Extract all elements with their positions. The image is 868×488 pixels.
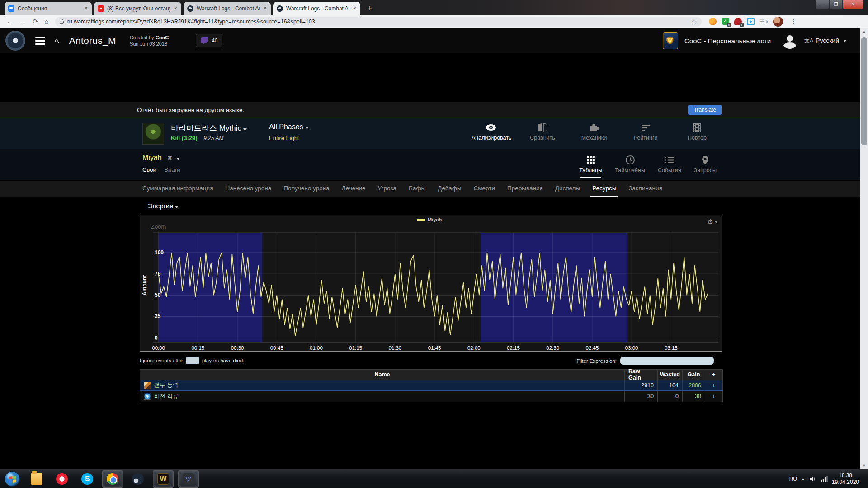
search-icon[interactable]: ⌕ <box>54 36 59 46</box>
deaths-count-input[interactable] <box>186 357 199 364</box>
expand-row-button[interactable]: + <box>705 391 723 402</box>
enemies-toggle[interactable]: Враги <box>164 166 180 173</box>
volume-icon[interactable] <box>809 476 816 482</box>
browser-menu-icon[interactable]: ⋮ <box>791 18 797 25</box>
remove-player-icon[interactable]: ✖ <box>167 155 172 161</box>
boss-selector[interactable]: 바리마트라스 Mythic <box>171 123 247 133</box>
opera-glyph <box>56 473 68 485</box>
warcraftlogs-logo-icon[interactable] <box>5 31 25 51</box>
scroll-down-icon[interactable]: ▼ <box>860 462 868 469</box>
twitch-badge[interactable]: 40 <box>196 34 222 47</box>
taskbar-clock[interactable]: 18:38 19.04.2020 <box>832 472 865 486</box>
tab-close-icon[interactable]: ✕ <box>263 5 267 11</box>
analyze-nav-item-1[interactable]: Сравнить <box>523 122 562 141</box>
col-gain[interactable]: Gain <box>683 370 705 380</box>
resource-dropdown[interactable]: Энергия <box>148 202 179 210</box>
subtab-7[interactable]: Смерти <box>474 181 495 197</box>
browser-tab-0[interactable]: Сообщения✕ <box>5 2 92 15</box>
playlist-icon[interactable]: ☰♪ <box>760 18 769 25</box>
browser-tab-3[interactable]: Warcraft Logs - Combat Analysis✕ <box>273 2 360 15</box>
analyze-nav-item-4[interactable]: Повтор <box>678 122 717 141</box>
user-avatar[interactable] <box>782 33 798 49</box>
chart-settings[interactable]: ⚙ <box>708 218 718 226</box>
subtab-1[interactable]: Нанесено урона <box>225 181 271 197</box>
analyze-nav-item-2[interactable]: Механики <box>575 122 613 141</box>
bookmark-star-icon[interactable]: ☆ <box>691 18 697 25</box>
view-tab-1[interactable]: Таймлайны <box>615 155 645 178</box>
report-title[interactable]: Antorus_M <box>69 35 116 46</box>
nav-label: События <box>658 167 681 174</box>
spell-name[interactable]: 비전 격류 <box>154 393 178 400</box>
taskbar-skype-icon[interactable]: S <box>77 470 98 488</box>
analyze-nav-item-3[interactable]: Рейтинги <box>626 122 665 141</box>
boss-portrait[interactable] <box>142 123 164 145</box>
view-tab-2[interactable]: События <box>658 155 681 178</box>
taskbar-opera-icon[interactable] <box>52 470 72 488</box>
subtab-8[interactable]: Прерывания <box>507 181 543 197</box>
col-raw-gain[interactable]: Raw Gain <box>625 370 658 380</box>
video-extension-icon[interactable] <box>747 18 755 25</box>
user-menu[interactable]: CooC - Персональные логи <box>684 37 771 45</box>
adblock-extension-icon[interactable] <box>722 18 729 25</box>
subtab-9[interactable]: Диспелы <box>555 181 580 197</box>
taskbar-wow-icon[interactable]: W <box>153 470 174 488</box>
reload-icon[interactable]: ⟳ <box>33 18 38 26</box>
taskbar-discord-icon[interactable]: ツ <box>178 470 199 488</box>
col-plus[interactable]: + <box>705 370 723 380</box>
back-icon[interactable]: ← <box>6 18 13 25</box>
taskbar-explorer-icon[interactable] <box>26 470 47 488</box>
close-button[interactable]: ✕ <box>843 0 863 9</box>
home-icon[interactable]: ⌂ <box>45 18 49 25</box>
subtab-6[interactable]: Дебафы <box>438 181 461 197</box>
forward-icon[interactable]: → <box>19 18 26 25</box>
chart-canvas[interactable]: 025507510000:0000:1500:3000:4501:0001:15… <box>140 215 722 351</box>
restore-button[interactable]: ❐ <box>829 0 843 9</box>
subtab-10[interactable]: Ресурсы <box>592 181 616 197</box>
faction-crest-icon[interactable] <box>663 32 678 49</box>
url-text[interactable]: ru.warcraftlogs.com/reports/PyzdXBqL3HaR… <box>67 19 315 25</box>
browser-tab-1[interactable]: (8) Все умрут. Они останутся. Ко✕ <box>94 2 181 15</box>
subtab-0[interactable]: Суммарная информация <box>142 181 213 197</box>
tab-close-icon[interactable]: ✕ <box>174 5 178 11</box>
tab-close-icon[interactable]: ✕ <box>84 5 88 11</box>
resource-chart[interactable]: 025507510000:0000:1500:3000:4501:0001:15… <box>140 215 722 352</box>
subtab-11[interactable]: Заклинания <box>628 181 662 197</box>
subtab-2[interactable]: Получено урона <box>283 181 329 197</box>
new-tab-button[interactable]: + <box>364 4 375 14</box>
scrollbar-thumb[interactable] <box>861 37 867 145</box>
view-tab-0[interactable]: Таблицы <box>579 155 602 178</box>
start-button[interactable] <box>5 471 20 487</box>
subtab-3[interactable]: Лечение <box>342 181 366 197</box>
table-row-1[interactable]: 비전 격류30030+ <box>140 391 723 402</box>
tab-close-icon[interactable]: ✕ <box>353 5 357 11</box>
browser-tab-2[interactable]: Warcraft Logs - Combat Analysis✕ <box>184 2 271 15</box>
network-icon[interactable] <box>821 476 828 482</box>
subtab-4[interactable]: Угроза <box>378 181 396 197</box>
analyze-nav-item-0[interactable]: Анализировать <box>472 122 510 141</box>
translate-button[interactable]: Translate <box>688 105 722 115</box>
phase-selector[interactable]: All Phases <box>269 123 309 131</box>
taskbar-steam-icon[interactable] <box>127 470 148 488</box>
extension-icon[interactable] <box>734 18 742 25</box>
expand-row-button[interactable]: + <box>705 380 723 390</box>
keyboard-language[interactable]: RU <box>789 476 797 482</box>
col-wasted[interactable]: Wasted <box>658 370 683 380</box>
browser-profile-avatar[interactable] <box>773 17 783 27</box>
filter-expression-input[interactable] <box>620 357 714 365</box>
player-selector[interactable]: Miyah ✖ <box>142 154 180 162</box>
scroll-up-icon[interactable]: ▲ <box>860 28 868 35</box>
minimize-button[interactable]: — <box>816 0 829 9</box>
hamburger-menu-icon[interactable] <box>35 35 45 47</box>
subtab-5[interactable]: Бафы <box>409 181 425 197</box>
password-extension-icon[interactable] <box>709 18 717 25</box>
taskbar-chrome-icon[interactable] <box>102 470 123 488</box>
page-scrollbar[interactable]: ▲ ▼ <box>860 28 868 469</box>
friendlies-toggle[interactable]: Свои <box>142 166 156 173</box>
col-name[interactable]: Name <box>140 370 625 380</box>
spell-name[interactable]: 전투 능력 <box>154 381 178 389</box>
tray-expand-icon[interactable]: ▲ <box>801 477 805 481</box>
view-tab-3[interactable]: Запросы <box>694 155 717 178</box>
address-bar[interactable]: ru.warcraftlogs.com/reports/PyzdXBqL3HaR… <box>55 17 702 27</box>
table-row-0[interactable]: 전투 능력29101042806+ <box>140 380 723 391</box>
language-selector[interactable]: 文A Русский <box>804 37 847 45</box>
